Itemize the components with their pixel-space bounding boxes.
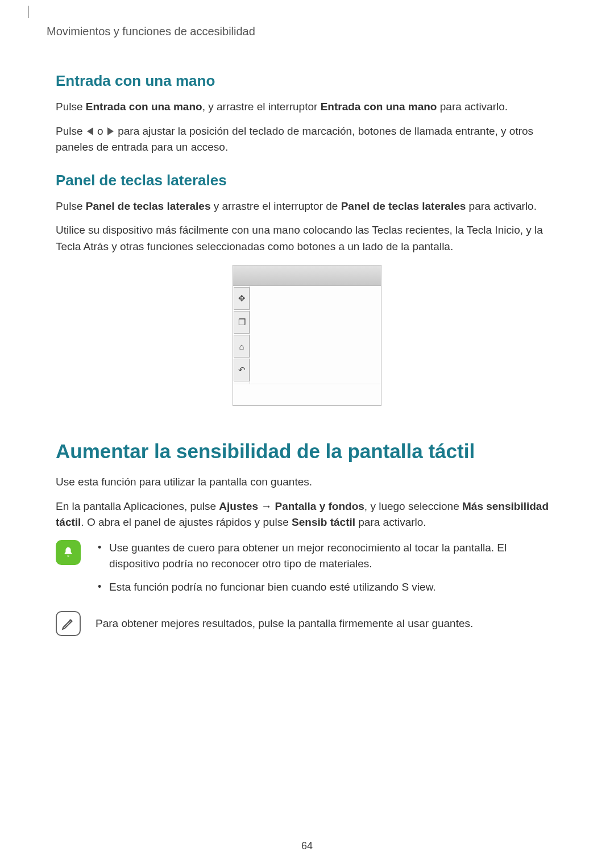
note-tip-text: Para obtener mejores resultados, pulse l…	[96, 611, 473, 632]
device-illustration: ✥ ❐ ⌂ ↶	[233, 265, 381, 406]
header-margin-line	[28, 6, 29, 18]
page-content: Movimientos y funciones de accesibilidad…	[0, 0, 614, 651]
alert-bell-icon	[56, 540, 81, 565]
heading-entrada: Entrada con una mano	[56, 72, 558, 90]
note-row-tip: Para obtener mejores resultados, pulse l…	[56, 611, 558, 640]
note-alert-content: Use guantes de cuero para obtener un mej…	[96, 540, 558, 603]
recent-apps-icon: ❐	[234, 311, 250, 334]
note-alert-item-1: Use guantes de cuero para obtener un mej…	[96, 540, 558, 572]
note-row-alert: Use guantes de cuero para obtener un mej…	[56, 540, 558, 603]
home-icon: ⌂	[234, 335, 250, 358]
arrow-left-icon	[87, 127, 93, 135]
para-sens-1: Use esta función para utilizar la pantal…	[56, 474, 558, 491]
side-key-panel: ✥ ❐ ⌂ ↶	[233, 286, 250, 384]
back-icon: ↶	[234, 359, 250, 381]
breadcrumb: Movimientos y funciones de accesibilidad	[47, 25, 558, 38]
heading-sensibilidad: Aumentar la sensibilidad de la pantalla …	[56, 440, 558, 463]
para-sens-2: En la pantalla Aplicaciones, pulse Ajust…	[56, 499, 558, 531]
para-entrada-1: Pulse Entrada con una mano, y arrastre e…	[56, 99, 558, 115]
para-entrada-2: Pulse o para ajustar la posición del tec…	[56, 123, 558, 156]
device-main-area	[250, 286, 381, 384]
device-bottom-area	[233, 384, 381, 405]
device-status-bar	[233, 265, 381, 286]
arrow-right-icon	[107, 127, 114, 135]
page-number: 64	[0, 840, 614, 852]
move-icon: ✥	[234, 287, 250, 310]
note-tip-content: Para obtener mejores resultados, pulse l…	[96, 611, 473, 640]
note-pencil-icon	[56, 611, 81, 636]
para-panel-1: Pulse Panel de teclas laterales y arrast…	[56, 198, 558, 215]
heading-panel-teclas: Panel de teclas laterales	[56, 172, 558, 189]
para-panel-2: Utilice su dispositivo más fácilmente co…	[56, 222, 558, 255]
note-alert-item-2: Esta función podría no funcionar bien cu…	[96, 579, 558, 596]
